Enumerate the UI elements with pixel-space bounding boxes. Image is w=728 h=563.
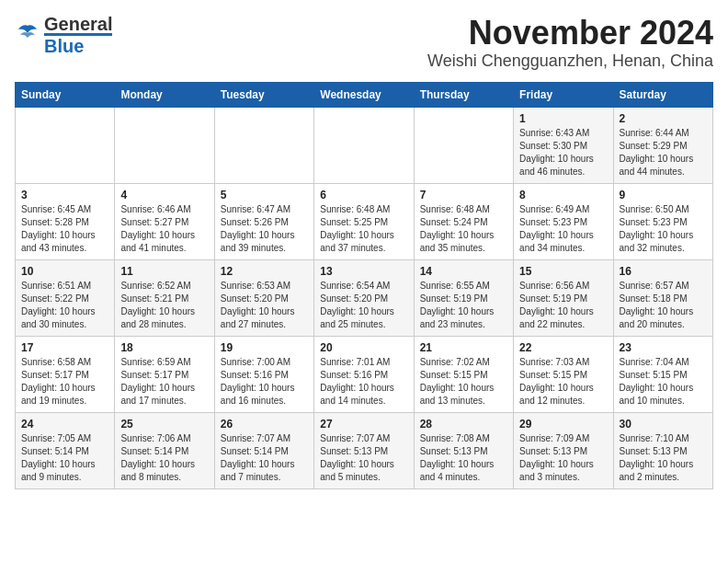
calendar-day-cell: 3Sunrise: 6:45 AM Sunset: 5:28 PM Daylig… (16, 183, 115, 259)
title-section: November 2024 Weishi Chengguanzhen, Hena… (427, 15, 713, 71)
day-info-text: Sunrise: 7:02 AM Sunset: 5:15 PM Dayligh… (420, 356, 507, 408)
calendar-day-cell (214, 107, 313, 183)
day-number: 13 (320, 265, 407, 278)
day-info-text: Sunrise: 6:56 AM Sunset: 5:19 PM Dayligh… (519, 280, 607, 331)
day-number: 9 (620, 189, 707, 201)
calendar-day-cell: 25Sunrise: 7:06 AM Sunset: 5:14 PM Dayli… (115, 412, 214, 488)
calendar-day-cell: 24Sunrise: 7:05 AM Sunset: 5:14 PM Dayli… (16, 412, 115, 488)
day-number: 24 (21, 418, 108, 431)
day-number: 14 (420, 265, 507, 278)
calendar-day-cell: 14Sunrise: 6:55 AM Sunset: 5:19 PM Dayli… (414, 259, 513, 336)
calendar-day-cell: 30Sunrise: 7:10 AM Sunset: 5:13 PM Dayli… (613, 412, 712, 488)
calendar-day-cell: 12Sunrise: 6:53 AM Sunset: 5:20 PM Dayli… (214, 259, 313, 336)
calendar-day-cell: 26Sunrise: 7:07 AM Sunset: 5:14 PM Dayli… (214, 412, 313, 488)
day-info-text: Sunrise: 6:49 AM Sunset: 5:23 PM Dayligh… (519, 203, 607, 255)
weekday-header: Thursday (414, 82, 513, 107)
weekday-header: Monday (115, 82, 214, 107)
calendar-day-cell: 21Sunrise: 7:02 AM Sunset: 5:15 PM Dayli… (414, 336, 513, 412)
calendar-day-cell: 27Sunrise: 7:07 AM Sunset: 5:13 PM Dayli… (314, 412, 414, 488)
day-info-text: Sunrise: 6:45 AM Sunset: 5:28 PM Dayligh… (21, 203, 108, 255)
calendar-day-cell: 18Sunrise: 6:59 AM Sunset: 5:17 PM Dayli… (115, 336, 214, 412)
logo: General Blue (15, 15, 112, 55)
calendar-day-cell: 17Sunrise: 6:58 AM Sunset: 5:17 PM Dayli… (16, 336, 115, 412)
calendar-day-cell (115, 107, 214, 183)
calendar-day-cell: 19Sunrise: 7:00 AM Sunset: 5:16 PM Dayli… (214, 336, 313, 412)
weekday-header: Friday (514, 82, 613, 107)
calendar-day-cell: 29Sunrise: 7:09 AM Sunset: 5:13 PM Dayli… (514, 412, 613, 488)
calendar-day-cell (16, 107, 115, 183)
day-info-text: Sunrise: 7:03 AM Sunset: 5:15 PM Dayligh… (519, 356, 607, 408)
day-number: 20 (320, 341, 407, 354)
day-info-text: Sunrise: 6:53 AM Sunset: 5:20 PM Dayligh… (221, 280, 308, 331)
location-subtitle: Weishi Chengguanzhen, Henan, China (427, 52, 713, 71)
day-number: 28 (420, 418, 507, 431)
calendar-week-row: 24Sunrise: 7:05 AM Sunset: 5:14 PM Dayli… (16, 412, 713, 488)
calendar-day-cell: 9Sunrise: 6:50 AM Sunset: 5:23 PM Daylig… (613, 183, 712, 259)
calendar-week-row: 1Sunrise: 6:43 AM Sunset: 5:30 PM Daylig… (16, 107, 713, 183)
calendar-day-cell: 8Sunrise: 6:49 AM Sunset: 5:23 PM Daylig… (514, 183, 613, 259)
day-info-text: Sunrise: 6:55 AM Sunset: 5:19 PM Dayligh… (420, 280, 507, 331)
calendar-day-cell: 5Sunrise: 6:47 AM Sunset: 5:26 PM Daylig… (214, 183, 313, 259)
weekday-header: Saturday (613, 82, 712, 107)
day-number: 6 (320, 189, 407, 201)
day-info-text: Sunrise: 7:10 AM Sunset: 5:13 PM Dayligh… (620, 432, 707, 484)
calendar-week-row: 17Sunrise: 6:58 AM Sunset: 5:17 PM Dayli… (16, 336, 713, 412)
day-info-text: Sunrise: 7:04 AM Sunset: 5:15 PM Dayligh… (620, 356, 707, 408)
calendar-day-cell: 4Sunrise: 6:46 AM Sunset: 5:27 PM Daylig… (115, 183, 214, 259)
day-number: 3 (21, 189, 108, 201)
logo-text: General Blue (44, 15, 112, 55)
day-info-text: Sunrise: 6:48 AM Sunset: 5:25 PM Dayligh… (320, 203, 407, 255)
day-info-text: Sunrise: 6:52 AM Sunset: 5:21 PM Dayligh… (120, 280, 208, 331)
calendar-day-cell (414, 107, 513, 183)
day-number: 1 (519, 112, 607, 125)
day-number: 11 (120, 265, 208, 278)
day-number: 29 (519, 418, 607, 431)
day-number: 5 (221, 189, 308, 201)
day-info-text: Sunrise: 7:08 AM Sunset: 5:13 PM Dayligh… (420, 432, 507, 484)
day-info-text: Sunrise: 6:48 AM Sunset: 5:24 PM Dayligh… (420, 203, 507, 255)
day-number: 2 (620, 112, 707, 125)
day-info-text: Sunrise: 6:50 AM Sunset: 5:23 PM Dayligh… (620, 203, 707, 255)
weekday-header: Tuesday (214, 82, 313, 107)
day-info-text: Sunrise: 7:06 AM Sunset: 5:14 PM Dayligh… (120, 432, 208, 484)
month-title: November 2024 (427, 15, 713, 52)
day-info-text: Sunrise: 6:46 AM Sunset: 5:27 PM Dayligh… (120, 203, 208, 255)
day-info-text: Sunrise: 6:47 AM Sunset: 5:26 PM Dayligh… (221, 203, 308, 255)
day-info-text: Sunrise: 7:00 AM Sunset: 5:16 PM Dayligh… (221, 356, 308, 408)
day-number: 15 (519, 265, 607, 278)
day-info-text: Sunrise: 7:07 AM Sunset: 5:14 PM Dayligh… (221, 432, 308, 484)
day-info-text: Sunrise: 7:07 AM Sunset: 5:13 PM Dayligh… (320, 432, 407, 484)
calendar-day-cell: 6Sunrise: 6:48 AM Sunset: 5:25 PM Daylig… (314, 183, 414, 259)
calendar-table: SundayMondayTuesdayWednesdayThursdayFrid… (15, 82, 713, 489)
calendar-day-cell: 22Sunrise: 7:03 AM Sunset: 5:15 PM Dayli… (514, 336, 613, 412)
day-number: 26 (221, 418, 308, 431)
day-number: 19 (221, 341, 308, 354)
day-number: 12 (221, 265, 308, 278)
day-number: 16 (620, 265, 707, 278)
calendar-day-cell: 16Sunrise: 6:57 AM Sunset: 5:18 PM Dayli… (613, 259, 712, 336)
calendar-week-row: 10Sunrise: 6:51 AM Sunset: 5:22 PM Dayli… (16, 259, 713, 336)
calendar-day-cell: 7Sunrise: 6:48 AM Sunset: 5:24 PM Daylig… (414, 183, 513, 259)
day-number: 10 (21, 265, 108, 278)
day-info-text: Sunrise: 6:57 AM Sunset: 5:18 PM Dayligh… (620, 280, 707, 331)
calendar-day-cell: 2Sunrise: 6:44 AM Sunset: 5:29 PM Daylig… (613, 107, 712, 183)
day-info-text: Sunrise: 6:58 AM Sunset: 5:17 PM Dayligh… (21, 356, 108, 408)
day-number: 7 (420, 189, 507, 201)
day-info-text: Sunrise: 6:44 AM Sunset: 5:29 PM Dayligh… (620, 127, 707, 178)
calendar-day-cell (314, 107, 414, 183)
day-number: 18 (120, 341, 208, 354)
weekday-header-row: SundayMondayTuesdayWednesdayThursdayFrid… (16, 82, 713, 107)
calendar-day-cell: 1Sunrise: 6:43 AM Sunset: 5:30 PM Daylig… (514, 107, 613, 183)
calendar-day-cell: 13Sunrise: 6:54 AM Sunset: 5:20 PM Dayli… (314, 259, 414, 336)
day-number: 21 (420, 341, 507, 354)
calendar-day-cell: 23Sunrise: 7:04 AM Sunset: 5:15 PM Dayli… (613, 336, 712, 412)
day-number: 17 (21, 341, 108, 354)
weekday-header: Wednesday (314, 82, 414, 107)
calendar-day-cell: 10Sunrise: 6:51 AM Sunset: 5:22 PM Dayli… (16, 259, 115, 336)
day-info-text: Sunrise: 6:43 AM Sunset: 5:30 PM Dayligh… (519, 127, 607, 178)
day-number: 4 (120, 189, 208, 201)
day-number: 25 (120, 418, 208, 431)
day-number: 27 (320, 418, 407, 431)
calendar-day-cell: 11Sunrise: 6:52 AM Sunset: 5:21 PM Dayli… (115, 259, 214, 336)
day-number: 30 (620, 418, 707, 431)
